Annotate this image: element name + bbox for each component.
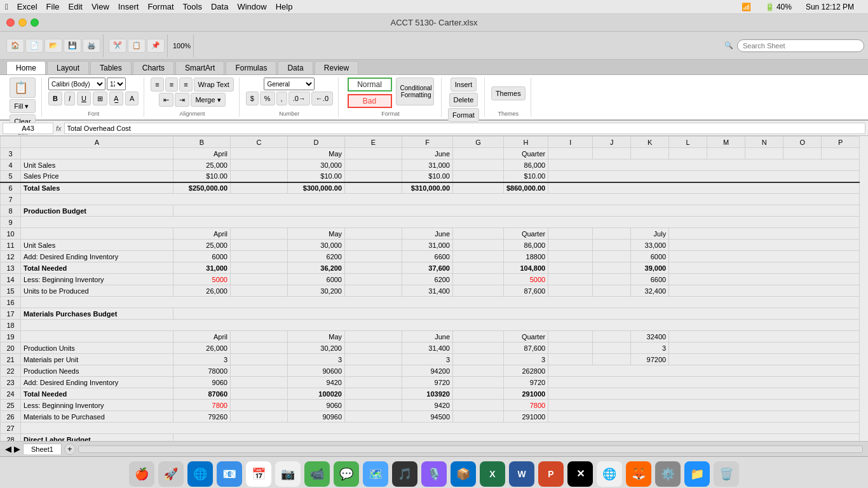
- bold-button[interactable]: B: [48, 92, 62, 105]
- add-sheet-button[interactable]: +: [64, 444, 76, 455]
- percent-btn[interactable]: %: [260, 92, 275, 105]
- cell-c15[interactable]: [231, 285, 288, 297]
- cell-i20[interactable]: [548, 342, 593, 354]
- cell-d20[interactable]: 30,200: [288, 342, 345, 354]
- cell-d14[interactable]: 6000: [288, 274, 345, 285]
- cell-rest-24[interactable]: [548, 388, 860, 400]
- cell-c20[interactable]: [231, 342, 288, 354]
- dec-increase-btn[interactable]: .0→: [288, 92, 310, 105]
- cell-a17[interactable]: Materials Purchases Budget: [21, 308, 173, 320]
- col-header-d[interactable]: D: [288, 137, 345, 148]
- cell-a25[interactable]: Less: Beginning Inventory: [21, 400, 173, 411]
- cell-h26[interactable]: 291000: [504, 411, 548, 423]
- cell-rest-21[interactable]: [669, 354, 860, 365]
- cell-k20[interactable]: 3: [631, 342, 669, 354]
- cell-b10[interactable]: April: [173, 228, 231, 240]
- cell-g4[interactable]: [453, 159, 504, 171]
- dock-icon-photos[interactable]: 📷: [275, 461, 301, 487]
- cell-b13[interactable]: 31,000: [173, 262, 231, 274]
- cell-e12[interactable]: [345, 251, 402, 262]
- col-header-a[interactable]: A: [21, 137, 173, 148]
- cell-b23[interactable]: 9060: [173, 377, 231, 388]
- copy-btn[interactable]: 📋: [128, 39, 146, 53]
- cell-d5[interactable]: $10.00: [288, 171, 345, 182]
- dock-icon-calendar[interactable]: 📅: [246, 461, 271, 487]
- save-btn[interactable]: 💾: [64, 39, 81, 53]
- cell-c3[interactable]: [231, 148, 288, 159]
- cell-d13[interactable]: 36,200: [288, 262, 345, 274]
- cell-g25[interactable]: [453, 400, 504, 411]
- menu-insert[interactable]: Insert: [118, 2, 139, 11]
- cell-i21[interactable]: [548, 354, 593, 365]
- cell-a23[interactable]: Add: Desired Ending Inventory: [21, 377, 173, 388]
- next-sheet-btn[interactable]: ▶: [14, 444, 20, 454]
- menu-data[interactable]: Data: [211, 2, 228, 11]
- sheet-area[interactable]: A B C D E F G H I J K L M N O P: [0, 136, 868, 441]
- col-header-h[interactable]: H: [504, 137, 548, 148]
- cell-e22[interactable]: [345, 365, 402, 377]
- cell-c10[interactable]: [231, 228, 288, 240]
- cell-a20[interactable]: Production Units: [21, 342, 173, 354]
- dock-icon-messages[interactable]: 💬: [334, 461, 359, 487]
- font-color-button[interactable]: A: [125, 92, 139, 105]
- cell-a8[interactable]: Production Budget: [21, 205, 173, 217]
- cell-rest-10[interactable]: [669, 228, 860, 240]
- cell-k11[interactable]: 33,000: [631, 240, 669, 251]
- cell-d22[interactable]: 90600: [288, 365, 345, 377]
- cell-h19[interactable]: Quarter: [504, 331, 548, 342]
- cell-b20[interactable]: 26,000: [173, 342, 231, 354]
- col-header-m[interactable]: M: [707, 137, 745, 148]
- cell-g6[interactable]: [453, 182, 504, 194]
- cell-g21[interactable]: [453, 354, 504, 365]
- cell-d26[interactable]: 90960: [288, 411, 345, 423]
- cell-h24[interactable]: 291000: [504, 388, 548, 400]
- cell-f22[interactable]: 94200: [402, 365, 453, 377]
- dock-icon-trash[interactable]: 🗑️: [714, 461, 739, 487]
- fill-color-button[interactable]: A̲: [109, 92, 123, 105]
- cell-g5[interactable]: [453, 171, 504, 182]
- cell-rest-26[interactable]: [548, 411, 860, 423]
- cell-c4[interactable]: [231, 159, 288, 171]
- col-header-k[interactable]: K: [631, 137, 669, 148]
- cell-i15[interactable]: [548, 285, 593, 297]
- cell-row18[interactable]: [21, 320, 860, 331]
- cell-rest-15[interactable]: [669, 285, 860, 297]
- dock-icon-firefox[interactable]: 🦊: [626, 461, 651, 487]
- cell-b26[interactable]: 79260: [173, 411, 231, 423]
- col-header-l[interactable]: L: [669, 137, 707, 148]
- cell-row9[interactable]: [21, 217, 860, 228]
- menu-tools[interactable]: Tools: [183, 2, 202, 11]
- align-center-btn[interactable]: ≡: [165, 78, 178, 92]
- format-bad[interactable]: Bad: [348, 94, 392, 108]
- dock-icon-podcasts[interactable]: 🎙️: [421, 461, 447, 487]
- cell-c22[interactable]: [231, 365, 288, 377]
- cell-b22[interactable]: 78000: [173, 365, 231, 377]
- cell-a6[interactable]: Total Sales: [21, 182, 173, 194]
- cell-e19[interactable]: [345, 331, 402, 342]
- cell-j3[interactable]: [593, 148, 631, 159]
- cell-b3[interactable]: April: [173, 148, 231, 159]
- cell-rest-6[interactable]: [548, 182, 860, 194]
- cell-b5[interactable]: $10.00: [173, 171, 231, 182]
- cell-a3[interactable]: [21, 148, 173, 159]
- cell-e10[interactable]: [345, 228, 402, 240]
- menu-view[interactable]: View: [92, 2, 109, 11]
- dock-icon-settings[interactable]: ⚙️: [655, 461, 681, 487]
- cell-a4[interactable]: Unit Sales: [21, 159, 173, 171]
- comma-btn[interactable]: ,: [276, 92, 287, 105]
- cell-e25[interactable]: [345, 400, 402, 411]
- cell-f10[interactable]: June: [402, 228, 453, 240]
- cell-f3[interactable]: June: [402, 148, 453, 159]
- cell-h20[interactable]: 87,600: [504, 342, 548, 354]
- dock-icon-x[interactable]: ✕: [567, 461, 593, 487]
- col-header-p[interactable]: P: [822, 137, 860, 148]
- delete-btn[interactable]: Delete: [449, 93, 478, 107]
- cell-g3[interactable]: [453, 148, 504, 159]
- tab-tables[interactable]: Tables: [90, 61, 132, 74]
- cell-f13[interactable]: 37,600: [402, 262, 453, 274]
- cell-c24[interactable]: [231, 388, 288, 400]
- window-controls[interactable]: [6, 18, 39, 27]
- paste-button[interactable]: 📋: [10, 78, 35, 98]
- dock-icon-excel[interactable]: X: [480, 461, 505, 487]
- col-header-i[interactable]: I: [548, 137, 593, 148]
